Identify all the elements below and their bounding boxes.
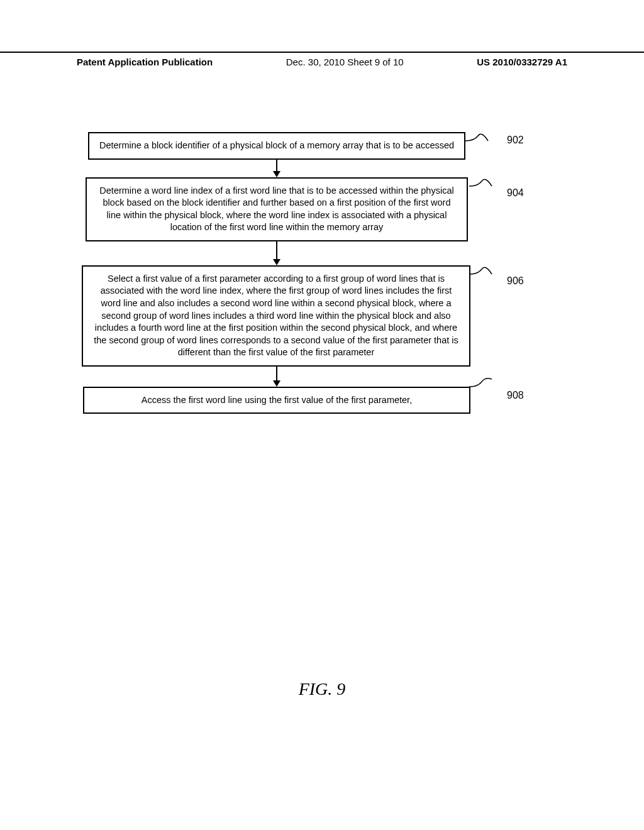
- arrow-down-icon: [273, 259, 280, 265]
- header-row: Patent Application Publication Dec. 30, …: [0, 57, 644, 67]
- flow-step-2: Determine a word line index of a first w…: [86, 177, 468, 241]
- flow-step-4-label: 908: [507, 390, 524, 401]
- header-publication: Patent Application Publication: [77, 57, 213, 67]
- page-header: Patent Application Publication Dec. 30, …: [0, 52, 644, 67]
- label-connector-1: [465, 132, 497, 151]
- flow-step-1: Determine a block identifier of a physic…: [88, 132, 465, 160]
- connector-2-3: [88, 241, 465, 265]
- flowchart: Determine a block identifier of a physic…: [82, 132, 522, 414]
- flow-step-2-label: 904: [507, 187, 524, 199]
- connector-line: [276, 241, 277, 259]
- figure-label: FIG. 9: [0, 679, 644, 699]
- flow-step-3: Select a first value of a first paramete…: [82, 265, 470, 367]
- flow-step-1-label: 902: [507, 135, 524, 146]
- connector-3-4: [88, 367, 465, 387]
- label-connector-4: [469, 373, 501, 392]
- header-date-sheet: Dec. 30, 2010 Sheet 9 of 10: [286, 57, 404, 67]
- header-patent-number: US 2010/0332729 A1: [477, 57, 567, 67]
- arrow-down-icon: [273, 380, 280, 387]
- label-connector-3: [469, 265, 501, 284]
- label-connector-2: [469, 177, 501, 196]
- flow-step-4: Access the first word line using the fir…: [83, 387, 470, 414]
- arrow-down-icon: [273, 171, 280, 177]
- flow-step-2-text: Determine a word line index of a first w…: [99, 185, 453, 233]
- flow-step-3-text: Select a first value of a first paramete…: [94, 274, 458, 357]
- flow-step-1-text: Determine a block identifier of a physic…: [99, 140, 454, 150]
- connector-line: [276, 367, 277, 380]
- flow-step-4-text: Access the first word line using the fir…: [142, 395, 412, 405]
- connector-line: [276, 160, 277, 171]
- connector-1-2: [88, 160, 465, 177]
- flow-step-3-label: 906: [507, 275, 524, 287]
